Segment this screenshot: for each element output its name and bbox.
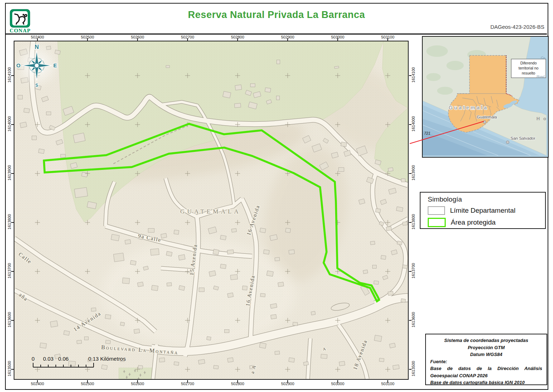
building-footprint: [225, 330, 229, 333]
axis-tick: [409, 173, 412, 174]
callout-line-2: territorial no: [518, 66, 539, 70]
building-footprint: [61, 154, 66, 158]
callout-line-1: Diferendo: [520, 61, 537, 65]
axis-label-y-left: 1614000: [7, 111, 12, 136]
building-footprint: [374, 335, 382, 342]
datum-line: Datum WGS84: [430, 351, 542, 358]
building-footprint: [220, 235, 226, 240]
building-footprint: [386, 226, 391, 231]
compass-s-label: S: [35, 83, 38, 88]
source-line-2: Base de datos cartografía básica IGN 201…: [430, 379, 542, 386]
building-footprint: [227, 250, 234, 254]
building-footprint: [125, 240, 131, 244]
logo-wordmark: CONAP: [7, 28, 33, 34]
axis-tick: [11, 320, 14, 321]
building-footprint: [24, 108, 30, 113]
axis-label-y-right: 1613600: [411, 307, 415, 332]
building-footprint: [311, 311, 315, 315]
axis-tick: [409, 369, 412, 370]
building-footprint: [138, 365, 143, 369]
scale-bar-label: 0.13 Kilómetros: [88, 356, 126, 362]
building-footprint: [275, 351, 280, 355]
axis-tick: [11, 75, 14, 76]
legend-item-label: Límite Departamental: [450, 207, 516, 215]
building-footprint: [18, 95, 23, 99]
building-footprint: [265, 88, 271, 93]
building-footprint: [213, 365, 219, 369]
building-footprint: [393, 365, 399, 369]
building-footprint: [91, 308, 96, 311]
legend: Simbología Límite Departamental Área pro…: [420, 192, 546, 229]
axis-tick: [237, 380, 238, 383]
building-footprint: [68, 361, 76, 366]
building-footprint: [286, 228, 291, 233]
axis-tick: [137, 38, 138, 41]
axis-tick: [11, 124, 14, 125]
axis-label-y-right: 1613800: [411, 209, 415, 234]
building-footprint: [341, 142, 347, 147]
building-footprint: [289, 358, 295, 362]
axis-tick: [87, 38, 88, 41]
building-footprint: [370, 241, 375, 245]
building-footprint: [381, 255, 386, 260]
compass-n-label: N: [35, 44, 39, 50]
inset-sea-label: Gu: [541, 56, 545, 60]
building-footprint: [293, 322, 298, 326]
compass-e-label: E: [53, 62, 57, 68]
building-footprint: [363, 270, 368, 274]
building-footprint: [230, 275, 238, 280]
building-footprint: [401, 299, 405, 303]
source-line-1: Base de datos de la Dirección Análisis G…: [430, 365, 542, 379]
legend-title: Simbología: [428, 195, 545, 203]
inset-capital-label: Guatemala: [477, 115, 497, 119]
building-footprint: [46, 112, 51, 115]
axis-tick: [87, 380, 88, 383]
building-footprint: [275, 257, 280, 261]
building-footprint: [270, 303, 277, 308]
building-footprint: [39, 149, 45, 153]
building-footprint: [304, 361, 309, 365]
building-footprint: [138, 282, 144, 287]
callout-line-3: resuelto: [522, 71, 535, 75]
axis-label-y-right: 1613700: [411, 258, 415, 283]
building-footprint: [376, 208, 381, 213]
axis-tick: [137, 380, 138, 383]
building-footprint: [289, 250, 295, 254]
building-footprint: [235, 85, 242, 90]
building-footprint: [111, 234, 119, 241]
building-footprint: [339, 168, 344, 172]
building-footprint: [130, 260, 136, 265]
protected-area-swatch: [428, 218, 446, 227]
scale-bar-label: 0.06: [58, 356, 68, 362]
axis-tick: [387, 380, 388, 383]
inset-depth-label: 721: [424, 131, 431, 135]
compass-o-label: O: [16, 62, 21, 68]
building-footprint: [105, 340, 111, 344]
building-footprint: [40, 343, 47, 348]
building-footprint: [401, 179, 405, 182]
legend-item-label: Área protegida: [451, 218, 496, 226]
axis-tick: [37, 38, 38, 41]
building-footprint: [321, 354, 327, 359]
legend-item-departmental: Límite Departamental: [428, 206, 545, 215]
axis-label-y-left: 1613800: [7, 209, 12, 234]
building-footprint: [260, 228, 266, 233]
building-footprint: [374, 281, 379, 284]
axis-tick: [409, 222, 412, 223]
axis-label-y-right: 1613900: [411, 160, 415, 185]
department-label: GUATEMALA: [180, 208, 241, 215]
building-footprint: [159, 358, 165, 362]
main-map: GUATEMALA9a Calle15 Avenida16 Avenida16 …: [14, 41, 409, 380]
axis-tick: [287, 38, 288, 41]
building-footprint: [379, 358, 384, 362]
building-footprint: [120, 322, 125, 326]
axis-tick: [337, 38, 338, 41]
scale-bar-label: 0: [32, 356, 35, 362]
building-footprint: [403, 265, 408, 269]
building-footprint: [396, 207, 403, 212]
axis-tick: [409, 124, 412, 125]
building-footprint: [373, 265, 377, 269]
inset-honduras-small-label: Hond: [536, 75, 545, 78]
building-footprint: [213, 249, 219, 255]
building-footprint: [102, 365, 108, 369]
